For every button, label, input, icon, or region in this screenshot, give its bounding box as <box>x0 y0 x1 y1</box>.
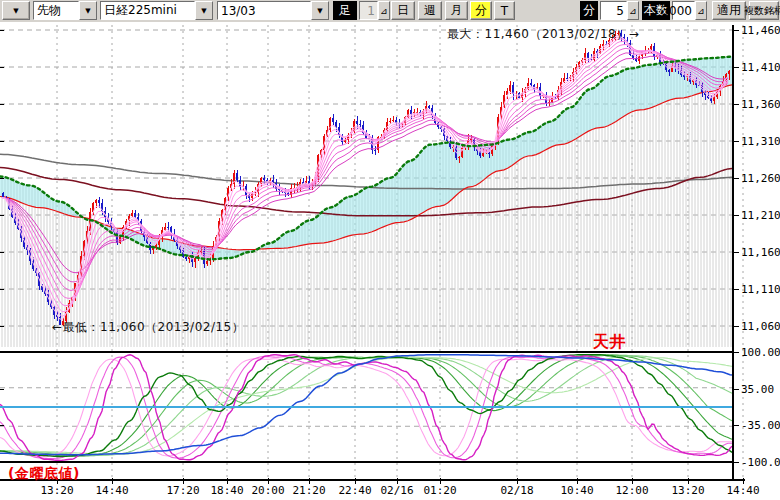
oscillator-tick-label: 100.00 <box>741 346 780 359</box>
period-month-button[interactable]: 月 <box>445 1 468 20</box>
symbol-value: 日経225mini <box>100 1 195 20</box>
spin-icon[interactable]: ⊿ <box>627 1 639 20</box>
time-tick-label: 21:20 <box>292 484 325 497</box>
chart-svg[interactable]: 11,46011,41011,36011,31011,26011,21011,1… <box>0 22 780 500</box>
time-tick-label: 01:20 <box>423 484 456 497</box>
price-tick-label: 11,160 <box>741 246 780 259</box>
min-note: ←最低：11,060（2013/02/15） <box>52 320 244 334</box>
time-tick-label: 10:40 <box>560 484 593 497</box>
time-tick-label: 13:20 <box>40 484 73 497</box>
price-tick-label: 11,210 <box>741 209 780 222</box>
period-week-button[interactable]: 週 <box>418 1 442 20</box>
bars-value-field[interactable]: 3000 <box>672 1 695 20</box>
time-tick-label: 20:00 <box>251 484 284 497</box>
instrument-type-value: 先物 <box>33 1 79 20</box>
window-dropdown-button[interactable]: ▼ <box>2 1 30 20</box>
price-tick-label: 11,060 <box>741 320 780 333</box>
period-tick-button[interactable]: T <box>494 1 515 20</box>
time-tick-label: 12:00 <box>615 484 648 497</box>
price-tick-label: 11,310 <box>741 135 780 148</box>
chart-area[interactable]: 11,46011,41011,36011,31011,26011,21011,1… <box>0 22 780 500</box>
period-minute-button[interactable]: 分 <box>470 1 492 20</box>
ceiling-note: 天井 <box>592 332 626 351</box>
ashi-interval-field[interactable]: 1 <box>359 1 378 20</box>
chart-window: ▼ 先物 ▼ 日経225mini ▼ 13/03 ▼ 足 1 ⊿ 日 週 月 分… <box>0 0 780 500</box>
time-tick-label: 14:40 <box>95 484 128 497</box>
price-tick-label: 11,360 <box>741 98 780 111</box>
chevron-down-icon: ▼ <box>13 7 18 15</box>
chevron-down-icon[interactable]: ▼ <box>195 1 213 20</box>
spin-icon[interactable]: ⊿ <box>695 1 707 20</box>
time-tick-label: 02/18 <box>500 484 533 497</box>
oscillator-tick-label: -100.00 <box>741 456 780 469</box>
price-tick-label: 11,410 <box>741 61 780 74</box>
time-tick-label: 14:40 <box>726 484 759 497</box>
symbol-combo[interactable]: 日経225mini ▼ <box>100 1 213 20</box>
time-tick-label: 02/16 <box>380 484 413 497</box>
chevron-down-icon[interactable]: ▼ <box>79 1 97 20</box>
time-tick-label: 13:20 <box>671 484 704 497</box>
period-day-button[interactable]: 日 <box>391 1 415 20</box>
contract-month-combo[interactable]: 13/03 ▼ <box>217 1 329 20</box>
price-tick-label: 11,460 <box>741 24 780 37</box>
minute-label: 分 <box>580 1 598 20</box>
contract-month-value: 13/03 <box>217 1 311 20</box>
spin-icon[interactable]: ⊿ <box>378 1 390 20</box>
time-tick-label: 18:40 <box>210 484 243 497</box>
toolbar: ▼ 先物 ▼ 日経225mini ▼ 13/03 ▼ 足 1 ⊿ 日 週 月 分… <box>0 0 780 23</box>
friday-bottom-note: (金曜底値) <box>8 465 80 481</box>
time-tick-label: 22:40 <box>338 484 371 497</box>
instrument-type-combo[interactable]: 先物 ▼ <box>33 1 97 20</box>
time-tick-label: 17:20 <box>166 484 199 497</box>
price-tick-label: 11,110 <box>741 283 780 296</box>
price-tick-label: 11,260 <box>741 172 780 185</box>
multi-symbol-button[interactable]: 複数銘柄 <box>749 1 779 20</box>
oscillator-tick-label: -35.00 <box>741 419 780 432</box>
apply-button[interactable]: 適用 <box>712 1 746 20</box>
max-note: 最大：11,460（2013/02/18）→ <box>447 27 639 41</box>
ashi-button[interactable]: 足 <box>333 1 357 20</box>
oscillator-tick-label: 35.00 <box>741 383 774 396</box>
minute-value-field[interactable]: 5 <box>600 1 627 20</box>
chevron-down-icon[interactable]: ▼ <box>311 1 329 20</box>
